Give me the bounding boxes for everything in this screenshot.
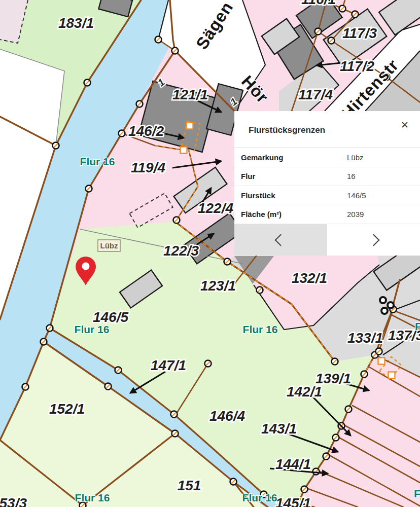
lbl-flur-text: F (415, 320, 420, 332)
lbl-parcel-text: 123/1 (200, 278, 236, 294)
lbl-parcel-text: 153/3 (0, 495, 27, 507)
lbl-parcel-text: 145/1 (275, 495, 311, 507)
lbl-parcel-text: 132/1 (292, 270, 327, 286)
table-row: Flurstück 146/5 (234, 186, 420, 205)
row-label: Flur (234, 172, 347, 180)
lbl-parcel-text: 122/4 (198, 200, 233, 216)
table-row: Gemarkung Lübz (234, 148, 420, 167)
lbl-parcel-text: 146/5 (93, 309, 128, 325)
parcel-info-panel: Flurstücksgrenzen ✕ Gemarkung Lübz Flur … (234, 111, 420, 256)
attribute-table: Gemarkung Lübz Flur 16 Flurstück 146/5 F… (234, 148, 420, 224)
lbl-flur-text: F (414, 488, 420, 499)
map-viewport[interactable]: SägenHörHirtenstr 183/1116/1117/3117/211… (0, 0, 420, 507)
row-value: 146/5 (347, 191, 366, 200)
lbl-parcel-text: 183/1 (58, 15, 94, 31)
lbl-parcel-text: 117/2 (340, 58, 374, 74)
row-value: 2039 (347, 210, 364, 219)
lbl-parcel-text: 147/1 (151, 357, 186, 373)
next-parcel-button[interactable] (327, 224, 420, 256)
lbl-parcel-text: 144/1 (275, 456, 311, 472)
lbl-flur-text: Flur 16 (80, 156, 115, 167)
lbl-locality-text: Lübz (100, 241, 118, 250)
lbl-flur-text: Flur 16 (75, 492, 110, 503)
lbl-parcel-text: 116/1 (301, 0, 336, 7)
chevron-left-icon (274, 234, 287, 246)
close-icon[interactable]: ✕ (401, 120, 409, 130)
lbl-flur-text: Flur 16 (243, 323, 278, 335)
lbl-parcel-text: 151 (178, 478, 201, 493)
lbl-parcel-text: 122/3 (163, 243, 199, 259)
table-row: Fläche (m²) 2039 (234, 205, 420, 225)
chevron-right-icon (367, 234, 379, 246)
lbl-parcel-text: 146/2 (128, 123, 164, 139)
lbl-flur-text: Flur 16 (75, 323, 110, 335)
row-label: Gemarkung (234, 153, 347, 162)
lbl-parcel-text: 143/1 (261, 421, 297, 437)
lbl-parcel-text: 139/1 (316, 371, 351, 386)
lbl-parcel-text: 133/1 (347, 330, 383, 346)
row-value: Lübz (347, 153, 364, 162)
row-value: 16 (347, 172, 356, 180)
lbl-parcel-text: 152/1 (49, 401, 85, 417)
prev-parcel-button[interactable] (234, 224, 327, 256)
panel-title: Flurstücksgrenzen (249, 125, 325, 135)
row-label: Flurstück (234, 191, 347, 200)
lbl-parcel-text: 117/3 (342, 25, 377, 41)
lbl-parcel-text: 119/4 (131, 160, 165, 175)
locality-label: Lübz (100, 241, 118, 250)
table-row: Flur 16 (234, 167, 420, 187)
lbl-parcel-text: 117/4 (298, 87, 333, 102)
lbl-parcel-text: 121/1 (172, 87, 208, 102)
lbl-parcel-text: 146/4 (209, 408, 245, 424)
lbl-flur-text: Flur 16 (242, 492, 277, 503)
row-label: Fläche (m²) (234, 210, 347, 219)
